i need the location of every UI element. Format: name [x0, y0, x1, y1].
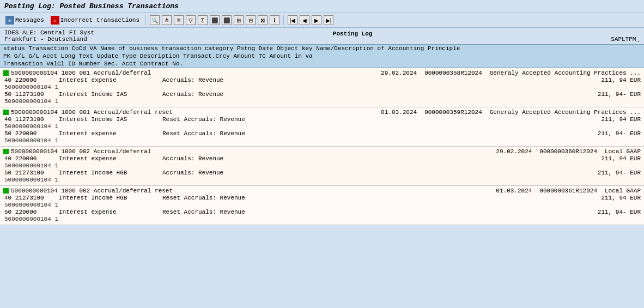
tx-sub-row: 5000000000104 1 [3, 137, 641, 144]
tx-sub-text: 5000000000104 1 [4, 84, 58, 90]
tx-sub-row: 5000000000104 1 [3, 216, 641, 222]
nav-next-button[interactable]: ▶ [312, 15, 321, 25]
tx-pk-gl: 50 11273100 [4, 91, 59, 98]
tx-update-type: Reset Accruals: Revenue [162, 116, 260, 123]
sysinfo-posting-log: Posting Log [333, 31, 373, 37]
messages-label: Messages [15, 17, 44, 23]
toolbar-separator-2 [283, 15, 284, 25]
tx-header-text: 5000000000104 1000 001 Accrual/deferral … [11, 109, 173, 116]
sysinfo-left: IDES-ALE: Central FI Syst Frankfurt - De… [4, 29, 94, 43]
tx-update-type: Accruals: Revenue [162, 91, 260, 98]
nav-prev-button[interactable]: ◀ [300, 15, 309, 25]
tx-header-text: 5000000000104 1000 002 Accrual/deferral [11, 148, 151, 155]
tx-sub-text: 5000000000104 1 [4, 123, 58, 130]
status-green-icon [3, 188, 9, 194]
sort-desc-button[interactable]: ≝ [174, 15, 184, 25]
tx-principle: Local GAAP [605, 188, 641, 194]
incorrect-transactions-button[interactable]: ⚠ Incorrect transactions [48, 15, 142, 26]
tx-object-key: 0000000358R12024 [424, 70, 482, 76]
filter-button[interactable]: ▽ [186, 15, 196, 25]
grid-button[interactable]: ⊞ [234, 15, 244, 25]
grid2-button[interactable]: ⊟ [246, 15, 256, 25]
tx-amount: 211, 94- EUR [586, 91, 641, 98]
tx-pk-gl: 50 220000 [4, 130, 59, 137]
tx-pstng-date: 29.02.2024 [381, 70, 417, 76]
status-green-icon [3, 70, 9, 76]
tx-update-type: Accruals: Revenue [162, 155, 260, 162]
grid3-button[interactable]: ⊠ [258, 15, 268, 25]
search-button[interactable]: 🔍 [150, 15, 160, 25]
tx-pk-gl: 40 220000 [4, 77, 59, 83]
transaction-block: 5000000000104 1000 001 Accrual/deferral … [0, 107, 644, 147]
tx-pstng-date: 01.03.2024 [381, 109, 417, 116]
sysinfo-center: Posting Log [94, 31, 611, 43]
export2-button[interactable]: ⬛ [222, 15, 232, 25]
tx-update-type: Reset Accruals: Revenue [162, 130, 260, 137]
tx-sub-row: 5000000000104 1 [3, 162, 641, 169]
tx-header-row: 5000000000104 1000 002 Accrual/deferral2… [3, 148, 641, 155]
sum-button[interactable]: Σ [198, 15, 208, 25]
tx-sub-text: 5000000000104 1 [4, 202, 58, 208]
col-header-row-2: PK G/L G/L Acct Long Text Update Type De… [0, 52, 644, 60]
tx-amount: 211, 94 EUR [586, 195, 641, 201]
col-header-row3-text: Transaction ValCl ID Number Sec. Acct Co… [3, 61, 183, 67]
tx-longtext: Interest Income IAS [59, 116, 162, 123]
tx-longtext: Interest expense [59, 209, 162, 215]
sysinfo-bar: IDES-ALE: Central FI Syst Frankfurt - De… [0, 28, 644, 44]
content-area: 5000000000104 1000 001 Accrual/deferral2… [0, 68, 644, 225]
tx-pk-gl: 40 11273100 [4, 116, 59, 123]
sort-asc-button[interactable]: ≜ [162, 15, 172, 25]
tx-update-type: Reset Accruals: Revenue [162, 209, 260, 215]
tx-sub-row: 5000000000104 1 [3, 84, 641, 90]
tx-pk-gl: 50 21273100 [4, 170, 59, 176]
tx-object-key: 0000000359R12024 [424, 109, 482, 116]
tx-longtext: Interest expense [59, 155, 162, 162]
transaction-block: 5000000000104 1000 001 Accrual/deferral2… [0, 68, 644, 107]
messages-button[interactable]: ✉ Messages [3, 15, 46, 26]
tx-header-row: 5000000000104 1000 001 Accrual/deferral … [3, 109, 641, 116]
tx-sub-row: 5000000000104 1 [3, 98, 641, 105]
tx-object-key: 0000000361R12024 [539, 188, 597, 194]
tx-detail-row: 50 21273100Interest Income HGBAccruals: … [3, 170, 641, 176]
transaction-block: 5000000000104 1000 002 Accrual/deferral2… [0, 147, 644, 186]
tx-header-text: 5000000000104 1000 002 Accrual/deferral … [11, 188, 173, 194]
tx-detail-row: 50 220000Interest expenseReset Accruals:… [3, 130, 641, 137]
col-header-row2-text: PK G/L G/L Acct Long Text Update Type De… [3, 53, 313, 59]
export-button[interactable]: ⬛ [210, 15, 220, 25]
column-headers: status Transaction CoCd VA Name of busin… [0, 44, 644, 68]
nav-first-button[interactable]: |◀ [288, 15, 297, 25]
transaction-block: 5000000000104 1000 002 Accrual/deferral … [0, 186, 644, 225]
tx-detail-row: 40 220000Interest expenseAccruals: Reven… [3, 77, 641, 83]
tx-amount: 211, 94 EUR [586, 77, 641, 83]
tx-pstng-date: 29.02.2024 [496, 148, 532, 155]
tx-amount-spacer [260, 116, 586, 123]
tx-object-key: 0000000360R12024 [539, 148, 597, 155]
messages-icon: ✉ [5, 16, 14, 25]
tx-principle: Generaly Accepted Accounting Practices .… [490, 70, 641, 76]
info-button[interactable]: ℹ [270, 15, 280, 25]
toolbar-separator-1 [145, 15, 146, 25]
tx-sub-row: 5000000000104 1 [3, 177, 641, 183]
tx-sub-text: 5000000000104 1 [4, 137, 58, 144]
col-header-row1-text: status Transaction CoCd VA Name of busin… [3, 45, 460, 52]
tx-amount: 211, 94 EUR [586, 155, 641, 162]
tx-amount: 211, 94 EUR [586, 116, 641, 123]
tx-amount-spacer [260, 77, 586, 83]
tx-detail-row: 40 11273100Interest Income IASReset Accr… [3, 116, 641, 123]
tx-principle: Generaly Accepted Accounting Practices .… [490, 109, 641, 116]
tx-pk-gl: 40 21273100 [4, 195, 59, 201]
sysinfo-line1: IDES-ALE: Central FI Syst [4, 29, 94, 36]
tx-sub-text: 5000000000104 1 [4, 177, 58, 183]
nav-last-button[interactable]: ▶| [324, 15, 333, 25]
tx-pstng-date: 01.03.2024 [496, 188, 532, 194]
tx-longtext: Interest expense [59, 130, 162, 137]
tx-sub-text: 5000000000104 1 [4, 98, 58, 105]
tx-amount-spacer [260, 170, 586, 176]
tx-amount: 211, 94- EUR [586, 170, 641, 176]
tx-amount-spacer [260, 91, 586, 98]
tx-header-row: 5000000000104 1000 002 Accrual/deferral … [3, 188, 641, 194]
col-header-row-1: status Transaction CoCd VA Name of busin… [0, 45, 644, 52]
tx-sub-text: 5000000000104 1 [4, 162, 58, 169]
status-green-icon [3, 149, 9, 154]
tx-detail-row: 50 220000Interest expenseReset Accruals:… [3, 209, 641, 215]
